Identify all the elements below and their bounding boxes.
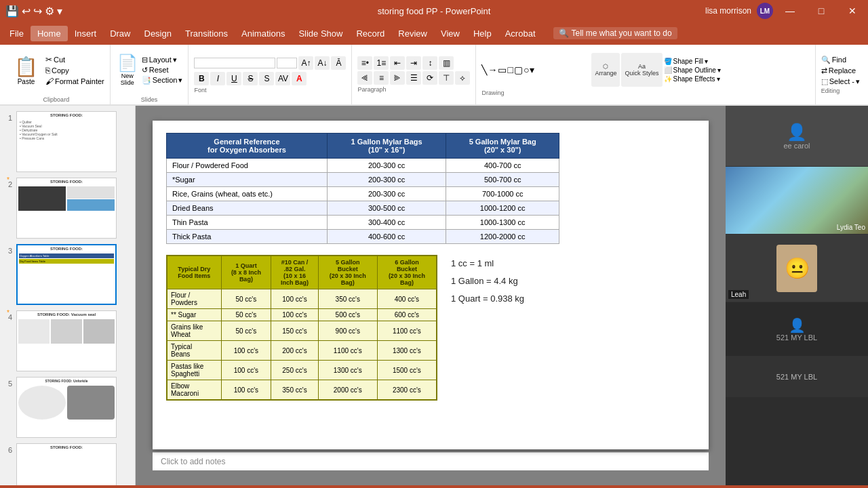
italic-button[interactable]: I bbox=[210, 72, 225, 85]
cut-button[interactable]: ✂ Cut bbox=[45, 55, 104, 64]
clear-format-button[interactable]: Ā bbox=[331, 56, 346, 70]
canvas-area[interactable]: General Referencefor Oxygen Absorbers 1 … bbox=[136, 106, 726, 485]
menu-record[interactable]: Record bbox=[349, 26, 391, 41]
layout-button[interactable]: ⊟ Layout ▾ bbox=[142, 56, 183, 64]
dry-5gal-5: 1300 cc's bbox=[318, 361, 377, 380]
minimize-button[interactable]: — bbox=[774, 0, 806, 22]
menu-acrobat[interactable]: Acrobat bbox=[498, 26, 542, 41]
slide-preview-2[interactable]: STORING FOOD: bbox=[16, 178, 117, 239]
paste-button[interactable]: 📋 Paste bbox=[8, 50, 44, 91]
participant-ee-carol: 👤 ee carol bbox=[726, 106, 868, 167]
menu-slideshow[interactable]: Slide Show bbox=[292, 26, 349, 41]
shapes-more-icon[interactable]: ▾ bbox=[530, 64, 534, 75]
slide-canvas[interactable]: General Referencefor Oxygen Absorbers 1 … bbox=[153, 121, 709, 449]
arrange-button[interactable]: ⬡ Arrange bbox=[591, 53, 620, 87]
slide-preview-3[interactable]: STORING FOOD: Oxygen Absorbers Table Dry… bbox=[16, 244, 117, 305]
user-avatar[interactable]: LM bbox=[757, 3, 773, 19]
section-button[interactable]: 📑 Section ▾ bbox=[142, 76, 183, 85]
menu-file[interactable]: File bbox=[3, 26, 31, 41]
replace-button[interactable]: ⇄ Replace bbox=[821, 66, 860, 75]
format-painter-button[interactable]: 🖌 Format Painter bbox=[45, 77, 104, 86]
ref-table-header-1: General Referencefor Oxygen Absorbers bbox=[167, 134, 328, 159]
numbering-button[interactable]: 1≡ bbox=[374, 56, 389, 70]
convert-smartart-button[interactable]: ⟡ bbox=[455, 71, 470, 85]
font-size-input[interactable] bbox=[277, 58, 297, 68]
dry-10can-3: 150 cc's bbox=[271, 321, 319, 341]
reset-button[interactable]: ↺ Reset bbox=[142, 66, 183, 75]
slide-preview-6[interactable]: STORING FOOD: bbox=[16, 443, 117, 485]
justify-button[interactable]: ☰ bbox=[406, 71, 421, 85]
slide-thumb-2[interactable]: 2* STORING FOOD: bbox=[3, 178, 132, 239]
underline-button[interactable]: U bbox=[226, 72, 241, 85]
notes-area[interactable]: Click to add notes bbox=[153, 452, 709, 470]
text-shadow-button[interactable]: S bbox=[259, 72, 274, 85]
shape-fill-button[interactable]: 🪣 Shape Fill ▾ bbox=[664, 58, 721, 65]
menu-transitions[interactable]: Transitions bbox=[178, 26, 235, 41]
dry-1q-3: 50 cc's bbox=[221, 321, 271, 341]
new-slide-button[interactable]: 📄 New Slide bbox=[116, 52, 139, 87]
slide-preview-4[interactable]: STORING FOOD: Vacuum seal bbox=[16, 310, 117, 371]
add-remove-cols-button[interactable]: ▥ bbox=[439, 56, 454, 70]
menu-design[interactable]: Design bbox=[138, 26, 178, 41]
window-controls[interactable]: — □ ✕ bbox=[774, 0, 868, 22]
align-left-button[interactable]: ⫷ bbox=[357, 71, 372, 85]
expand-icon[interactable]: ▾ bbox=[57, 5, 62, 18]
search-bar[interactable]: 🔍 Tell me what you want to do bbox=[553, 27, 677, 39]
shape-oval-icon[interactable]: ○ bbox=[524, 64, 529, 75]
decrease-font-button[interactable]: A↓ bbox=[315, 56, 330, 70]
quick-styles-button[interactable]: Aa Quick Styles bbox=[621, 53, 662, 87]
participant-label-landscape: Lydia Teo bbox=[837, 224, 865, 231]
shape-line-icon[interactable]: ╲ bbox=[481, 64, 487, 75]
font-color-button[interactable]: A bbox=[292, 72, 307, 85]
menu-review[interactable]: Review bbox=[391, 26, 434, 41]
table-row: ElbowMacaroni 100 cc's 350 cc's 2000 cc'… bbox=[167, 380, 437, 401]
slide-thumb-6[interactable]: 6 STORING FOOD: bbox=[3, 443, 132, 485]
slide-thumb-1[interactable]: 1 STORING FOOD: • Quilter• Vacuum Seal• … bbox=[3, 111, 132, 172]
menu-insert[interactable]: Insert bbox=[68, 26, 104, 41]
menu-home[interactable]: Home bbox=[31, 26, 68, 41]
decrease-indent-button[interactable]: ⇤ bbox=[390, 56, 405, 70]
redo-icon[interactable]: ↪ bbox=[33, 5, 42, 18]
bullets-button[interactable]: ≡• bbox=[357, 56, 372, 70]
close-button[interactable]: ✕ bbox=[837, 0, 868, 22]
undo-icon[interactable]: ↩ bbox=[22, 5, 31, 18]
shape-rect2-icon[interactable]: □ bbox=[507, 64, 513, 75]
increase-indent-button[interactable]: ⇥ bbox=[406, 56, 421, 70]
line-spacing-button[interactable]: ↕ bbox=[422, 56, 437, 70]
align-center-button[interactable]: ≡ bbox=[374, 71, 389, 85]
menu-help[interactable]: Help bbox=[467, 26, 498, 41]
find-button[interactable]: 🔍 Find bbox=[821, 56, 860, 64]
maximize-button[interactable]: □ bbox=[806, 0, 837, 22]
menu-view[interactable]: View bbox=[434, 26, 467, 41]
text-align-button[interactable]: ⊤ bbox=[439, 71, 454, 85]
slide-preview-1[interactable]: STORING FOOD: • Quilter• Vacuum Seal• De… bbox=[16, 111, 117, 172]
shape-arrow-icon[interactable]: → bbox=[488, 64, 497, 75]
save-icon[interactable]: 💾 bbox=[5, 5, 19, 18]
ribbon: 📋 Paste ✂ Cut ⎘ Copy 🖌 Format Painter Cl… bbox=[0, 45, 868, 106]
select-button[interactable]: ⬚ Select - ▾ bbox=[821, 77, 860, 86]
shape-rect-icon[interactable]: ▭ bbox=[498, 64, 507, 75]
titlebar-icons[interactable]: 💾 ↩ ↪ ⚙ ▾ bbox=[5, 5, 62, 18]
shape-outline-button[interactable]: ⬜ Shape Outline ▾ bbox=[664, 66, 721, 74]
dry-5gal-1: 350 cc's bbox=[318, 289, 377, 309]
bold-button[interactable]: B bbox=[194, 72, 209, 85]
copy-button[interactable]: ⎘ Copy bbox=[45, 66, 104, 75]
font-name-input[interactable] bbox=[194, 58, 275, 68]
ref-1gal-3: 200-300 cc bbox=[327, 187, 446, 201]
increase-font-button[interactable]: A↑ bbox=[298, 56, 313, 70]
slide-thumb-5[interactable]: 5 STORING FOOD: Unforkile bbox=[3, 377, 132, 438]
table-row: Rice, Grains (wheat, oats etc.) 200-300 … bbox=[167, 187, 559, 201]
customize-icon[interactable]: ⚙ bbox=[45, 5, 54, 18]
menu-bar: File Home Insert Draw Design Transitions… bbox=[0, 22, 868, 45]
shape-rounded-icon[interactable]: ▢ bbox=[514, 64, 523, 75]
slide-thumb-4[interactable]: 4* STORING FOOD: Vacuum seal bbox=[3, 310, 132, 371]
shape-effects-button[interactable]: ✨ Shape Effects ▾ bbox=[664, 75, 721, 83]
slide-thumb-3[interactable]: 3 STORING FOOD: Oxygen Absorbers Table D… bbox=[3, 244, 132, 305]
menu-draw[interactable]: Draw bbox=[103, 26, 137, 41]
char-spacing-button[interactable]: AV bbox=[275, 72, 290, 85]
align-right-button[interactable]: ⫸ bbox=[390, 71, 405, 85]
menu-animations[interactable]: Animations bbox=[235, 26, 292, 41]
strikethrough-button[interactable]: S bbox=[243, 72, 258, 85]
text-direction-button[interactable]: ⟳ bbox=[422, 71, 437, 85]
slide-preview-5[interactable]: STORING FOOD: Unforkile bbox=[16, 377, 117, 438]
